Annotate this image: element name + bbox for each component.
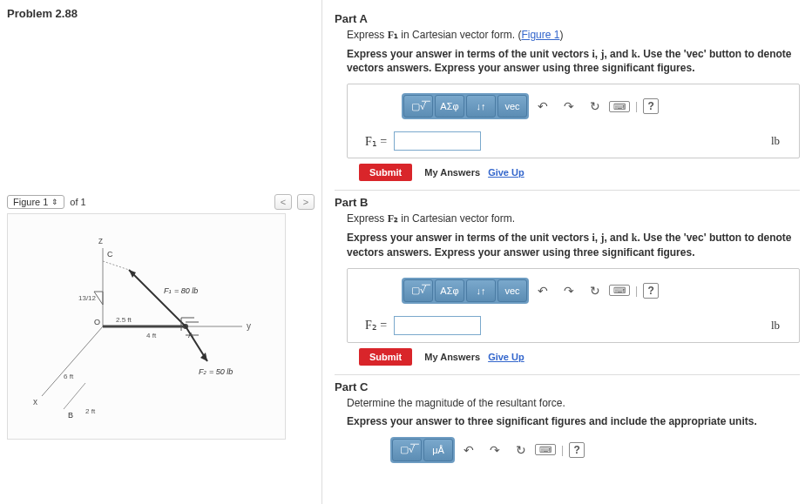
- svg-marker-14: [200, 353, 207, 361]
- submit-button[interactable]: Submit: [359, 348, 412, 366]
- answer-toolbar: ▢√͞ μÅ ↶ ↷ ↻ ⌨ | ?: [390, 437, 800, 463]
- part-a-instructions: Express your answer in terms of the unit…: [347, 47, 800, 75]
- give-up-link[interactable]: Give Up: [488, 352, 524, 362]
- part-a-title: Part A: [335, 12, 800, 25]
- part-c-instructions: Express your answer to three significant…: [347, 414, 800, 428]
- part-a-answer-label: F₁ =: [365, 134, 387, 149]
- figure-link[interactable]: Figure 1: [521, 29, 559, 41]
- keyboard-icon[interactable]: ⌨: [609, 101, 630, 112]
- subscript-button[interactable]: ↓↑: [466, 279, 496, 302]
- problem-title: Problem 2.88: [7, 7, 315, 20]
- greek-button[interactable]: ΑΣφ: [435, 95, 464, 118]
- undo-icon[interactable]: ↶: [460, 441, 477, 459]
- undo-icon[interactable]: ↶: [534, 282, 551, 299]
- greek-button[interactable]: ΑΣφ: [435, 279, 464, 302]
- figure-next-button[interactable]: >: [297, 194, 315, 210]
- part-c-prompt: Determine the magnitude of the resultant…: [347, 397, 800, 409]
- svg-text:F₂ = 50 lb: F₂ = 50 lb: [199, 367, 233, 376]
- svg-text:y: y: [247, 321, 251, 331]
- figure-nav-bar: Figure 1 ⇕ of 1 < >: [7, 194, 315, 210]
- svg-text:z: z: [98, 236, 103, 245]
- svg-text:C: C: [107, 250, 113, 259]
- template-button[interactable]: ▢√͞: [403, 279, 433, 302]
- template-button[interactable]: ▢√͞: [403, 95, 433, 118]
- part-c-title: Part C: [335, 380, 800, 393]
- part-a-answer-input[interactable]: [394, 131, 481, 151]
- my-answers-link[interactable]: My Answers: [424, 352, 480, 362]
- part-a-answer-panel: ▢√͞ ΑΣφ ↓↑ vec ↶ ↷ ↻ ⌨ | ? F₁ = lb: [347, 84, 800, 158]
- svg-text:x: x: [33, 397, 37, 407]
- help-button[interactable]: ?: [569, 442, 585, 458]
- svg-line-16: [103, 261, 129, 270]
- svg-text:2.5 ft: 2.5 ft: [116, 316, 132, 324]
- submit-button[interactable]: Submit: [359, 164, 412, 181]
- part-b-instructions: Express your answer in terms of the unit…: [347, 231, 800, 259]
- figure-of-label: of 1: [70, 197, 85, 207]
- svg-line-10: [129, 270, 186, 326]
- figure-panel: z y x A O F₁ = 80 lb F₂ = 50 lb C 13/12 …: [7, 213, 286, 440]
- part-a-prompt: Express F₁ in Cartesian vector form. (Fi…: [347, 29, 800, 42]
- figure-prev-button[interactable]: <: [274, 194, 292, 210]
- redo-icon[interactable]: ↷: [486, 441, 504, 459]
- svg-text:B: B: [68, 411, 73, 420]
- svg-text:F₁ = 80 lb: F₁ = 80 lb: [164, 286, 198, 295]
- svg-text:2 ft: 2 ft: [85, 407, 96, 415]
- keyboard-icon[interactable]: ⌨: [609, 285, 630, 296]
- reset-icon[interactable]: ↻: [586, 282, 604, 299]
- chevron-updown-icon: ⇕: [51, 198, 58, 206]
- part-b-title: Part B: [335, 196, 800, 209]
- keyboard-icon[interactable]: ⌨: [535, 444, 556, 455]
- undo-icon[interactable]: ↶: [534, 97, 551, 115]
- give-up-link[interactable]: Give Up: [488, 167, 524, 178]
- part-b-answer-panel: ▢√͞ ΑΣφ ↓↑ vec ↶ ↷ ↻ ⌨ | ? F₂ = lb: [347, 268, 800, 343]
- units-button[interactable]: μÅ: [423, 439, 453, 461]
- part-b-unit: lb: [771, 319, 780, 333]
- answer-toolbar: ▢√͞ ΑΣφ ↓↑ vec ↶ ↷ ↻ ⌨ | ?: [402, 93, 788, 119]
- my-answers-link[interactable]: My Answers: [424, 167, 480, 178]
- reset-icon[interactable]: ↻: [586, 97, 604, 115]
- part-a-unit: lb: [771, 134, 780, 148]
- part-b-answer-label: F₂ =: [365, 318, 387, 333]
- answer-toolbar: ▢√͞ ΑΣφ ↓↑ vec ↶ ↷ ↻ ⌨ | ?: [402, 278, 788, 304]
- svg-text:O: O: [94, 318, 100, 326]
- vec-button[interactable]: vec: [497, 279, 527, 302]
- figure-select-label: Figure 1: [13, 197, 48, 207]
- subscript-button[interactable]: ↓↑: [466, 95, 496, 118]
- svg-text:6 ft: 6 ft: [64, 373, 74, 380]
- reset-icon[interactable]: ↻: [512, 441, 530, 459]
- answer-links: My Answers Give Up: [424, 352, 524, 362]
- svg-line-22: [64, 383, 85, 409]
- figure-diagram: z y x A O F₁ = 80 lb F₂ = 50 lb C 13/12 …: [16, 222, 277, 431]
- part-b-answer-input[interactable]: [394, 316, 481, 335]
- template-button[interactable]: ▢√͞: [392, 439, 422, 461]
- answer-links: My Answers Give Up: [424, 167, 524, 178]
- redo-icon[interactable]: ↷: [560, 282, 578, 299]
- figure-select[interactable]: Figure 1 ⇕: [7, 195, 64, 209]
- help-button[interactable]: ?: [643, 98, 659, 114]
- svg-text:13/12: 13/12: [78, 294, 97, 302]
- vec-button[interactable]: vec: [497, 95, 527, 118]
- part-b-prompt: Express F₂ in Cartesian vector form.: [347, 212, 800, 225]
- svg-line-2: [42, 326, 103, 396]
- redo-icon[interactable]: ↷: [560, 97, 578, 115]
- svg-text:4 ft: 4 ft: [146, 332, 157, 339]
- help-button[interactable]: ?: [643, 283, 659, 299]
